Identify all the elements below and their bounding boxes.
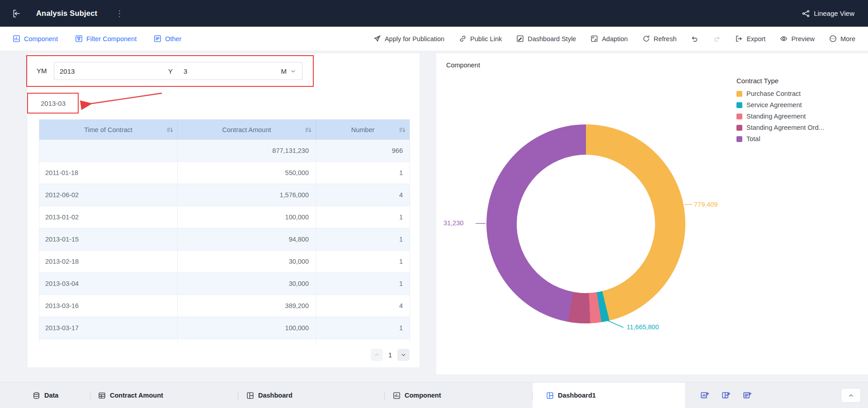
toolbar: Component Filter Component Other Apply f… xyxy=(0,27,868,51)
other-button[interactable]: Other xyxy=(154,35,181,43)
table-row[interactable]: 877,131,230966 xyxy=(39,140,410,162)
chevron-down-icon xyxy=(290,68,297,75)
undo-icon xyxy=(691,35,698,43)
legend-swatch xyxy=(736,125,742,131)
sort-icon[interactable] xyxy=(305,126,311,133)
table-row[interactable]: 2013-01-02100,0001 xyxy=(39,206,410,228)
chevron-up-icon xyxy=(848,392,854,399)
legend-swatch xyxy=(736,91,742,97)
filter-component-button[interactable]: Filter Component xyxy=(75,35,137,43)
filter-year-unit: Y xyxy=(168,67,173,75)
column-header-number[interactable]: Number xyxy=(316,119,410,140)
table-row-partial xyxy=(39,339,410,344)
filter-year-value: 2013 xyxy=(60,67,75,75)
callout-purchase-contract: 779,409 xyxy=(694,201,717,208)
table-row[interactable]: 2013-02-1830,0001 xyxy=(39,251,410,273)
page-title: Analysis Subject xyxy=(36,9,97,18)
tab-dashboard1[interactable]: Dashboard1 xyxy=(533,383,685,408)
table-row[interactable]: 2013-03-0430,0001 xyxy=(39,273,410,295)
filter-result-label: 2013-03 xyxy=(34,94,66,113)
tab-contract-amount[interactable]: Contract Amount xyxy=(90,383,238,408)
table-icon xyxy=(98,392,106,399)
component-icon xyxy=(13,35,20,43)
tab-data[interactable]: Data xyxy=(0,383,90,408)
export-button[interactable]: Export xyxy=(735,35,765,43)
dashboard-style-button[interactable]: Dashboard Style xyxy=(516,35,576,43)
tab-component[interactable]: Component xyxy=(385,383,533,408)
chart-legend-items: Purchase ContractService AgreementStandi… xyxy=(736,90,824,142)
table-row[interactable]: 2011-01-18550,0001 xyxy=(39,162,410,184)
filter-month-unit: M xyxy=(281,67,287,75)
table-component-card: YM 2013 Y 3 M 2013-03 Time of Contract xyxy=(28,53,420,367)
add-chart-component-button[interactable] xyxy=(700,391,709,400)
contract-table: Time of Contract Contract Amount Number … xyxy=(39,119,410,343)
prev-page-button[interactable] xyxy=(371,349,383,361)
legend-label: Standing Agreement Ord... xyxy=(746,124,824,131)
refresh-icon xyxy=(642,35,650,43)
legend-item[interactable]: Service Agreement xyxy=(736,101,824,109)
chevron-down-icon xyxy=(400,351,407,358)
table-row[interactable]: 2012-06-021,576,0004 xyxy=(39,184,410,206)
table-row[interactable]: 2013-01-1594,8001 xyxy=(39,228,410,251)
list-icon xyxy=(154,35,161,43)
table-row[interactable]: 2013-03-17100,0001 xyxy=(39,317,410,339)
preview-button[interactable]: Preview xyxy=(780,35,815,43)
add-report-button[interactable] xyxy=(743,391,752,400)
callout-total: 31,230 xyxy=(443,219,463,227)
legend-item[interactable]: Purchase Contract xyxy=(736,90,824,97)
legend-swatch xyxy=(736,136,742,142)
filter-name-label: YM xyxy=(37,67,47,75)
legend-label: Total xyxy=(746,135,760,142)
legend-item[interactable]: Total xyxy=(736,135,824,142)
sort-icon[interactable] xyxy=(399,126,406,133)
legend-title: Contract Type xyxy=(736,77,824,85)
dashboard-icon xyxy=(246,392,254,399)
component-button[interactable]: Component xyxy=(13,35,58,43)
lineage-view-button[interactable]: Lineage View xyxy=(802,9,854,18)
sort-icon[interactable] xyxy=(166,126,173,133)
bottom-actions xyxy=(700,383,752,408)
table-header-row: Time of Contract Contract Amount Number xyxy=(39,119,410,140)
legend-item[interactable]: Standing Agreement xyxy=(736,113,824,120)
filter-month-value: 3 xyxy=(184,67,187,75)
legend-label: Purchase Contract xyxy=(746,90,801,97)
chevron-up-icon xyxy=(373,351,380,358)
apply-for-publication-button[interactable]: Apply for Publication xyxy=(373,35,444,43)
dashboard-icon xyxy=(546,392,554,399)
send-icon xyxy=(373,35,381,43)
legend-label: Standing Agreement xyxy=(746,113,806,120)
lineage-icon xyxy=(802,9,810,18)
chart-component-card: Component 779,409 31,230 11,665,800 Cont… xyxy=(436,53,868,375)
adaption-button[interactable]: Adaption xyxy=(590,35,627,43)
year-month-filter[interactable]: 2013 Y 3 M xyxy=(54,62,302,80)
add-dashboard-button[interactable] xyxy=(722,391,731,400)
table-row[interactable]: 2013-03-16389,2004 xyxy=(39,295,410,317)
app-header: Analysis Subject ⋮ Lineage View xyxy=(0,0,868,27)
undo-button[interactable] xyxy=(691,35,698,43)
page-number: 1 xyxy=(388,351,392,359)
refresh-button[interactable]: Refresh xyxy=(642,35,677,43)
eye-icon xyxy=(780,35,788,43)
public-link-button[interactable]: Public Link xyxy=(459,35,502,43)
chart-legend: Contract Type Purchase ContractService A… xyxy=(736,77,824,147)
export-icon xyxy=(735,35,743,43)
redo-button[interactable] xyxy=(713,35,721,43)
next-page-button[interactable] xyxy=(397,349,410,361)
adaption-grid-icon xyxy=(590,35,598,43)
exit-button[interactable] xyxy=(12,9,21,18)
legend-swatch xyxy=(736,102,742,108)
more-button[interactable]: More xyxy=(829,35,855,43)
legend-item[interactable]: Standing Agreement Ord... xyxy=(736,124,824,131)
filter-icon xyxy=(75,35,83,43)
tab-dashboard[interactable]: Dashboard xyxy=(238,383,385,408)
collapse-tab-bar-button[interactable] xyxy=(841,388,861,403)
style-brush-icon xyxy=(516,35,524,43)
donut-chart[interactable] xyxy=(486,124,685,323)
kebab-menu-icon[interactable]: ⋮ xyxy=(115,9,123,18)
database-icon xyxy=(33,392,40,399)
redo-icon xyxy=(713,35,721,43)
chart-panel-title: Component xyxy=(446,62,480,69)
column-header-time-of-contract[interactable]: Time of Contract xyxy=(39,119,178,140)
column-header-contract-amount[interactable]: Contract Amount xyxy=(178,119,316,140)
legend-label: Service Agreement xyxy=(746,101,802,109)
